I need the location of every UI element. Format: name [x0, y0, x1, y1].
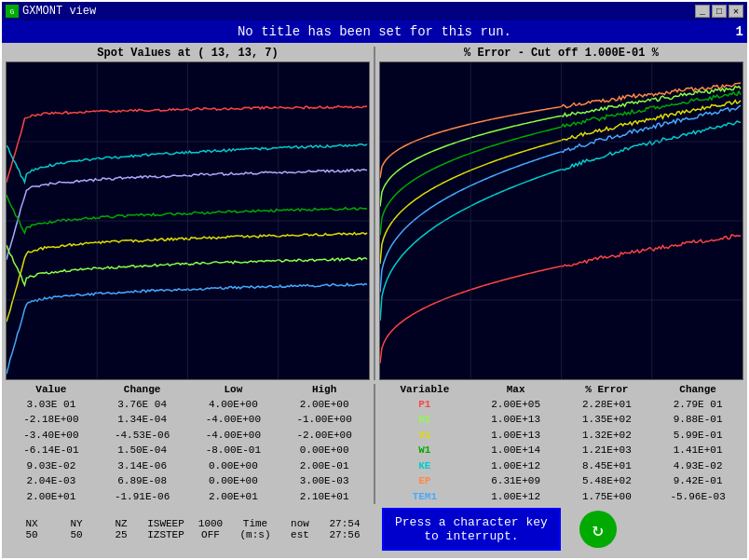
right-cell-variable: U1 — [379, 412, 470, 428]
left-chart-title: Spot Values at ( 13, 13, 7) — [6, 47, 370, 60]
left-table-cell: 1.34E-04 — [97, 412, 188, 428]
main-content: Spot Values at ( 13, 13, 7) % Error - Cu… — [2, 43, 747, 558]
right-col-change: Change — [652, 384, 743, 395]
right-cell-error: 1.75E+00 — [562, 489, 653, 505]
right-cell-error: 1.32E+02 — [562, 428, 653, 444]
ny-val: 50 — [58, 529, 95, 540]
left-table-row: -3.40E+00-4.53E-06-4.00E+00-2.00E+00 — [6, 428, 370, 444]
time-est: 27:56 — [326, 529, 363, 540]
isweep-label: ISWEEP — [147, 518, 184, 529]
title-bar-controls: _ □ ✕ — [695, 5, 743, 18]
header-banner: No title has been set for this run. 1 — [2, 20, 747, 43]
right-chart-title: % Error - Cut off 1.000E-01 % — [379, 47, 743, 60]
charts-row: Spot Values at ( 13, 13, 7) % Error - Cu… — [6, 47, 743, 380]
left-table-cell: -4.53E-06 — [97, 428, 188, 444]
right-cell-variable: EP — [379, 473, 470, 489]
right-table-row: V11.00E+131.32E+025.99E-01 — [379, 428, 743, 444]
right-cell-error: 1.35E+02 — [562, 412, 653, 428]
ms-label: (m:s) — [237, 529, 274, 540]
right-col-max: Max — [470, 384, 562, 395]
left-table-cell: -1.91E-06 — [97, 489, 188, 505]
left-table-cell: -4.00E+00 — [188, 412, 279, 428]
izstep-label: IZSTEP — [147, 529, 184, 540]
right-chart-area — [379, 61, 743, 380]
left-table-cell: 3.00E-03 — [279, 473, 370, 489]
left-table-cell: 4.00E+00 — [188, 397, 279, 413]
left-chart-canvas — [7, 62, 369, 379]
right-table-row: W11.00E+141.21E+031.41E+01 — [379, 443, 743, 458]
nz-label: NZ — [102, 518, 140, 529]
left-table-cell: 3.76E 04 — [97, 397, 188, 413]
right-cell-change: 1.41E+01 — [652, 443, 743, 458]
left-table-header: Value Change Low High — [6, 384, 370, 395]
bottom-left-info: NX NY NZ ISWEEP 1000 Time now 27:54 50 5… — [13, 518, 363, 540]
left-table-cell: 2.00E+01 — [188, 489, 279, 505]
refresh-icon[interactable]: ↻ — [579, 511, 617, 548]
window-title: GXMONT view — [22, 5, 96, 18]
data-table-section: Value Change Low High 3.03E 013.76E 044.… — [6, 384, 743, 505]
right-cell-variable: P1 — [379, 397, 470, 413]
right-table-row: P12.00E+052.28E+012.79E 01 — [379, 397, 743, 413]
right-cell-error: 2.28E+01 — [562, 397, 653, 413]
right-cell-variable: KE — [379, 458, 470, 474]
right-table-body: P12.00E+052.28E+012.79E 01U11.00E+131.35… — [379, 397, 743, 505]
left-table-body: 3.03E 013.76E 044.00E+002.00E+00-2.18E+0… — [6, 397, 370, 505]
left-table-row: 3.03E 013.76E 044.00E+002.00E+00 — [6, 397, 370, 413]
now-label: now — [281, 518, 319, 529]
right-cell-change: 2.79E 01 — [652, 397, 743, 413]
right-cell-max: 6.31E+09 — [470, 473, 562, 489]
right-table-row: U11.00E+131.35E+029.88E-01 — [379, 412, 743, 428]
izstep-val: OFF — [192, 529, 229, 540]
right-table: Variable Max % Error Change P12.00E+052.… — [379, 384, 743, 505]
maximize-button[interactable]: □ — [712, 5, 727, 18]
left-table-cell: 2.10E+01 — [279, 489, 370, 505]
banner-text: No title has been set for this run. — [24, 24, 725, 39]
right-table-row: EP6.31E+095.48E+029.42E-01 — [379, 473, 743, 489]
right-cell-change: 4.93E-02 — [652, 458, 743, 474]
right-chart-canvas — [380, 62, 742, 379]
left-table-cell: 9.03E-02 — [6, 458, 97, 474]
close-button[interactable]: ✕ — [729, 5, 743, 18]
ny-label: NY — [58, 518, 95, 529]
left-table-row: 2.00E+01-1.91E-062.00E+012.10E+01 — [6, 489, 370, 505]
left-table-cell: 0.00E+00 — [188, 458, 279, 474]
nx-label: NX — [13, 518, 50, 529]
left-table-row: -2.18E+001.34E-04-4.00E+00-1.00E+00 — [6, 412, 370, 428]
left-col-low: Low — [188, 384, 279, 395]
time-label: Time — [237, 518, 274, 529]
right-cell-change: 9.88E-01 — [652, 412, 743, 428]
right-cell-variable: TEM1 — [379, 489, 470, 505]
interrupt-line1: Press a character key — [395, 515, 548, 529]
main-window: G GXMONT view _ □ ✕ No title has been se… — [0, 0, 749, 560]
title-bar-left: G GXMONT view — [6, 5, 96, 18]
bottom-bar: NX NY NZ ISWEEP 1000 Time now 27:54 50 5… — [6, 504, 743, 554]
left-table-cell: -4.00E+00 — [188, 428, 279, 444]
interrupt-button[interactable]: Press a character key to interrupt. — [382, 508, 561, 551]
left-chart-area — [6, 61, 370, 380]
right-table-row: TEM11.00E+121.75E+00-5.96E-03 — [379, 489, 743, 505]
right-cell-error: 5.48E+02 — [562, 473, 653, 489]
right-col-variable: Variable — [379, 384, 470, 395]
right-cell-max: 2.00E+05 — [470, 397, 562, 413]
left-table-cell: 3.03E 01 — [6, 397, 97, 413]
isweep-val: 1000 — [192, 518, 229, 529]
app-icon: G — [6, 5, 19, 18]
right-cell-max: 1.00E+12 — [470, 489, 562, 505]
est-label: est — [281, 529, 319, 540]
left-chart-section: Spot Values at ( 13, 13, 7) — [6, 47, 370, 380]
left-table-cell: 2.00E-01 — [279, 458, 370, 474]
right-cell-variable: W1 — [379, 443, 470, 458]
left-table-row: -6.14E-011.50E-04-8.00E-010.00E+00 — [6, 443, 370, 458]
bottom-row-1: NX NY NZ ISWEEP 1000 Time now 27:54 — [13, 518, 363, 529]
title-bar: G GXMONT view _ □ ✕ — [2, 2, 747, 20]
left-table-cell: -1.00E+00 — [279, 412, 370, 428]
right-cell-change: 5.99E-01 — [652, 428, 743, 444]
bottom-row-2: 50 50 25 IZSTEP OFF (m:s) est 27:56 — [13, 529, 363, 540]
left-table-cell: -3.40E+00 — [6, 428, 97, 444]
right-cell-max: 1.00E+13 — [470, 428, 562, 444]
right-cell-error: 1.21E+03 — [562, 443, 653, 458]
left-table-row: 9.03E-023.14E-060.00E+002.00E-01 — [6, 458, 370, 474]
right-chart-section: % Error - Cut off 1.000E-01 % — [379, 47, 743, 380]
minimize-button[interactable]: _ — [695, 5, 710, 18]
left-table-cell: -2.00E+00 — [279, 428, 370, 444]
